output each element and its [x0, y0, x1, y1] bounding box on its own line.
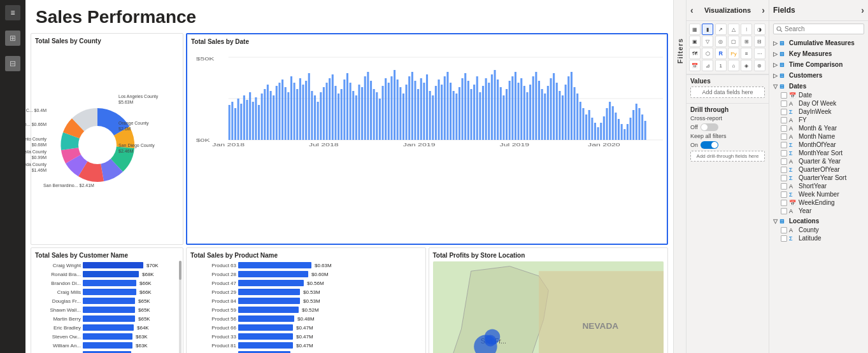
- viz-type-area[interactable]: △: [728, 24, 739, 35]
- svg-rect-151: [612, 106, 614, 140]
- field-item-weekending[interactable]: 📅 WeekEnding: [769, 198, 868, 207]
- field-checkbox-weeknumber[interactable]: [781, 191, 787, 198]
- field-group-header-customers[interactable]: ▷ ⊞ Customers: [769, 71, 868, 80]
- field-item-weeknumber[interactable]: Σ Week Number: [769, 190, 868, 198]
- field-item-year[interactable]: A Year: [769, 207, 868, 215]
- field-item-fy[interactable]: A FY: [769, 116, 868, 124]
- sidebar-icon-bookmarks[interactable]: ⊟: [5, 56, 20, 71]
- svg-rect-170: [539, 271, 664, 353]
- viz-format-1[interactable]: 1: [715, 60, 727, 71]
- viz-type-line[interactable]: ↗: [715, 24, 727, 35]
- svg-text:Jul 2019: Jul 2019: [500, 142, 530, 147]
- field-group-header-time[interactable]: ▷ ⊞ Time Comparison: [769, 60, 868, 69]
- field-checkbox-quarterofyear[interactable]: [781, 167, 787, 173]
- add-drill-field[interactable]: Add drill-through fields here: [690, 151, 765, 162]
- svg-rect-77: [394, 70, 395, 140]
- field-item-date[interactable]: 📅 Date: [769, 91, 868, 99]
- viz-format-filter[interactable]: ⊿: [702, 60, 713, 71]
- viz-type-column[interactable]: ▮: [702, 24, 713, 35]
- field-checkbox-shortyear[interactable]: [781, 183, 787, 190]
- field-checkbox-monthyear[interactable]: [781, 125, 787, 132]
- viz-type-r[interactable]: R: [715, 48, 727, 59]
- svg-text:$50K: $50K: [196, 56, 215, 61]
- field-item-quarteryearsort[interactable]: Σ QuarterYear Sort: [769, 174, 868, 182]
- field-checkbox-monthname[interactable]: [781, 134, 787, 140]
- fields-search-input[interactable]: [785, 25, 861, 32]
- viz-type-table[interactable]: ⊞: [741, 36, 752, 47]
- sidebar-icon-menu[interactable]: ≡: [5, 5, 20, 20]
- bar-row: Product 79 $0.45M: [190, 350, 422, 353]
- map-chart-box[interactable]: Total Profits by Store Location NEVADA C…: [429, 247, 669, 353]
- svg-rect-32: [261, 93, 263, 140]
- area-chart-box[interactable]: Total Sales by Date $50K $0K: [186, 33, 668, 245]
- svg-rect-97: [453, 91, 455, 140]
- filters-label: Filters: [676, 38, 684, 64]
- field-item-dayinweek[interactable]: Σ DayInWeek: [769, 107, 868, 116]
- svg-rect-87: [423, 83, 425, 140]
- keep-filters-toggle[interactable]: [701, 141, 718, 149]
- bar-row: Ronald Bra... $68K: [35, 270, 179, 279]
- field-item-county[interactable]: A County: [769, 226, 868, 234]
- svg-rect-132: [556, 83, 558, 140]
- viz-type-matrix[interactable]: ⊟: [754, 36, 765, 47]
- field-group-header-dates[interactable]: ▽ ⊞ Dates: [769, 81, 868, 91]
- field-item-quarterofyear[interactable]: Σ QuarterOfYear: [769, 165, 868, 174]
- product-chart-box[interactable]: Total Sales by Product Name Product 63 $…: [186, 247, 426, 353]
- field-checkbox-date[interactable]: [781, 92, 787, 99]
- field-item-dayofweek[interactable]: A Day Of Week: [769, 99, 868, 107]
- sidebar-icon-pages[interactable]: ⊞: [5, 31, 20, 46]
- field-checkbox-monthofyear[interactable]: [781, 142, 787, 148]
- field-item-monthyearsort[interactable]: Σ MonthYear Sort: [769, 149, 868, 157]
- field-item-monthname[interactable]: A Month Name: [769, 132, 868, 141]
- viz-type-filled-map[interactable]: ⬡: [702, 48, 713, 59]
- viz-type-map[interactable]: 🗺: [689, 48, 701, 59]
- filters-panel[interactable]: Filters: [674, 0, 687, 353]
- viz-type-treemap[interactable]: ▣: [689, 36, 701, 47]
- customer-chart-box[interactable]: Total Sales by Customer Name Craig Wrigh…: [31, 247, 183, 353]
- svg-line-194: [781, 30, 783, 32]
- field-checkbox-monthyearsort[interactable]: [781, 150, 787, 156]
- field-checkbox-dayinweek[interactable]: [781, 109, 787, 115]
- donut-chart-box[interactable]: Total Sales by County: [31, 33, 183, 245]
- field-group-header-key[interactable]: ▷ ⊞ Key Measures: [769, 49, 868, 59]
- svg-rect-119: [518, 83, 520, 140]
- field-checkbox-quarteryear[interactable]: [781, 158, 787, 165]
- field-checkbox-quarteryearsort[interactable]: [781, 175, 787, 181]
- viz-type-more[interactable]: ⋯: [754, 48, 765, 59]
- add-values-field[interactable]: Add data fields here: [690, 87, 765, 98]
- field-checkbox-weekending[interactable]: [781, 200, 787, 206]
- svg-rect-137: [571, 72, 573, 140]
- field-item-monthyear[interactable]: A Month & Year: [769, 124, 868, 132]
- viz-type-scatter[interactable]: ⁝: [741, 24, 752, 35]
- svg-rect-44: [296, 89, 298, 140]
- field-label-weekending: WeekEnding: [799, 199, 835, 206]
- field-item-latitude[interactable]: Σ Latitude: [769, 234, 868, 242]
- field-checkbox-latitude[interactable]: [781, 235, 787, 242]
- viz-type-funnel[interactable]: ▽: [702, 36, 713, 47]
- fields-arrow-icon[interactable]: ›: [861, 5, 864, 15]
- viz-format-2[interactable]: ⌂: [728, 60, 739, 71]
- field-item-monthofyear[interactable]: Σ MonthOfYear: [769, 141, 868, 149]
- field-group-header-locations[interactable]: ▽ ⊞ Locations: [769, 216, 868, 226]
- viz-type-bar[interactable]: ▦: [689, 24, 701, 35]
- viz-type-card[interactable]: ▢: [728, 36, 739, 47]
- cross-report-toggle[interactable]: [701, 123, 718, 131]
- viz-format-4[interactable]: ⊛: [754, 60, 765, 71]
- field-checkbox-dayofweek[interactable]: [781, 100, 787, 107]
- field-checkbox-year[interactable]: [781, 208, 787, 214]
- viz-format-calendar[interactable]: 📅: [689, 60, 701, 71]
- field-checkbox-fy[interactable]: [781, 117, 787, 123]
- fields-search[interactable]: [773, 24, 864, 34]
- field-checkbox-county[interactable]: [781, 227, 787, 233]
- svg-rect-31: [258, 105, 260, 140]
- field-group-header-cumulative[interactable]: ▷ ⊞ Cumulative Measures: [769, 38, 868, 48]
- field-item-quarteryear[interactable]: A Quarter & Year: [769, 157, 868, 165]
- viz-type-slicer[interactable]: ≡: [741, 48, 752, 59]
- viz-type-gauge[interactable]: ◎: [715, 36, 727, 47]
- field-item-shortyear[interactable]: A ShortYear: [769, 182, 868, 190]
- viz-type-py[interactable]: Py: [728, 48, 739, 59]
- viz-format-3[interactable]: ◈: [741, 60, 752, 71]
- viz-type-pie[interactable]: ◑: [754, 24, 765, 35]
- bar-row: Product 66 $0.47M: [190, 324, 422, 332]
- viz-panel-arrow-right[interactable]: ›: [762, 5, 765, 15]
